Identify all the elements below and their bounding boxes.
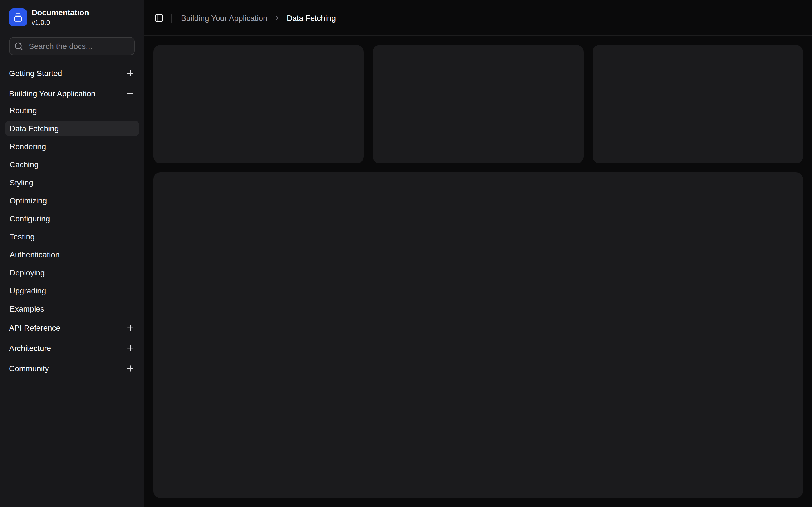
main-area: Building Your Application Data Fetching <box>144 0 812 507</box>
section-label: Architecture <box>9 343 51 352</box>
breadcrumb-parent-link[interactable]: Building Your Application <box>181 13 267 22</box>
page-content <box>144 36 812 507</box>
sidebar-item-data-fetching[interactable]: Data Fetching <box>5 120 139 136</box>
sidebar-submenu: RoutingData FetchingRenderingCachingStyl… <box>4 102 139 316</box>
sidebar-item-authentication[interactable]: Authentication <box>5 246 139 262</box>
sidebar-item-caching[interactable]: Caching <box>5 156 139 172</box>
sidebar-submenu-item: Authentication <box>5 246 139 262</box>
sidebar-submenu-item: Caching <box>5 156 139 172</box>
sidebar-item-routing[interactable]: Routing <box>5 102 139 118</box>
sidebar-item-rendering[interactable]: Rendering <box>5 138 139 154</box>
sidebar-section-community[interactable]: Community <box>4 359 139 377</box>
sidebar-submenu-item: Configuring <box>5 210 139 226</box>
sidebar-item-upgrading[interactable]: Upgrading <box>5 283 139 298</box>
sidebar-submenu-item: Styling <box>5 174 139 190</box>
app-version: v1.0.0 <box>32 18 89 27</box>
search-form <box>9 37 135 55</box>
gallery-vertical-end-icon <box>13 13 22 22</box>
section-label: Building Your Application <box>9 89 96 98</box>
sidebar-section-building-your-application[interactable]: Building Your Application <box>4 84 139 102</box>
sidebar-header: Documentation v1.0.0 <box>0 0 144 55</box>
sidebar-section: Community <box>4 359 139 377</box>
placeholder-card <box>153 45 364 163</box>
search-input[interactable] <box>9 37 135 55</box>
sidebar-section: Getting Started <box>4 64 139 82</box>
sidebar-item-styling[interactable]: Styling <box>5 174 139 190</box>
app-title: Documentation <box>32 8 89 18</box>
app-identity: Documentation v1.0.0 <box>32 8 89 27</box>
sidebar-section: Architecture <box>4 339 139 357</box>
chevron-right-icon <box>273 14 281 22</box>
placeholder-card <box>592 45 803 163</box>
app-logo <box>9 8 27 26</box>
sidebar-nav: Getting StartedBuilding Your Application… <box>0 55 144 507</box>
sidebar-submenu-item: Routing <box>5 102 139 118</box>
section-label: Getting Started <box>9 68 62 77</box>
page-header: Building Your Application Data Fetching <box>144 0 812 36</box>
header-separator <box>171 13 172 22</box>
sidebar-submenu-item: Testing <box>5 228 139 244</box>
plus-icon[interactable] <box>126 343 135 352</box>
placeholder-card-row <box>153 45 803 163</box>
sidebar-item-deploying[interactable]: Deploying <box>5 265 139 280</box>
sidebar-section-api-reference[interactable]: API Reference <box>4 319 139 337</box>
breadcrumb-current: Data Fetching <box>287 13 336 22</box>
plus-icon[interactable] <box>126 363 135 373</box>
sidebar-submenu-item: Data Fetching <box>5 120 139 136</box>
placeholder-panel <box>153 172 803 498</box>
sidebar-item-examples[interactable]: Examples <box>5 300 139 316</box>
panel-left-icon <box>154 13 163 22</box>
sidebar-submenu-item: Deploying <box>5 265 139 280</box>
section-label: API Reference <box>9 323 60 332</box>
breadcrumb: Building Your Application Data Fetching <box>176 13 336 22</box>
sidebar-section-getting-started[interactable]: Getting Started <box>4 64 139 82</box>
sidebar-submenu-item: Upgrading <box>5 283 139 298</box>
sidebar: Documentation v1.0.0 Getting StartedBuil… <box>0 0 144 507</box>
sidebar-submenu-item: Optimizing <box>5 192 139 208</box>
plus-icon[interactable] <box>126 323 135 332</box>
sidebar-item-testing[interactable]: Testing <box>5 228 139 244</box>
placeholder-card <box>373 45 583 163</box>
section-label: Community <box>9 363 49 373</box>
sidebar-toggle-button[interactable] <box>151 10 167 25</box>
app-window: Documentation v1.0.0 Getting StartedBuil… <box>0 0 812 507</box>
workspace-header[interactable]: Documentation v1.0.0 <box>4 4 139 30</box>
sidebar-item-optimizing[interactable]: Optimizing <box>5 192 139 208</box>
sidebar-submenu-item: Examples <box>5 300 139 316</box>
sidebar-nav-list: Getting StartedBuilding Your Application… <box>4 64 139 377</box>
search-icon <box>14 41 23 50</box>
sidebar-section-architecture[interactable]: Architecture <box>4 339 139 357</box>
minus-icon[interactable] <box>126 89 135 98</box>
plus-icon[interactable] <box>126 68 135 77</box>
sidebar-submenu-item: Rendering <box>5 138 139 154</box>
sidebar-section: API Reference <box>4 319 139 337</box>
sidebar-item-configuring[interactable]: Configuring <box>5 210 139 226</box>
sidebar-section: Building Your ApplicationRoutingData Fet… <box>4 84 139 316</box>
